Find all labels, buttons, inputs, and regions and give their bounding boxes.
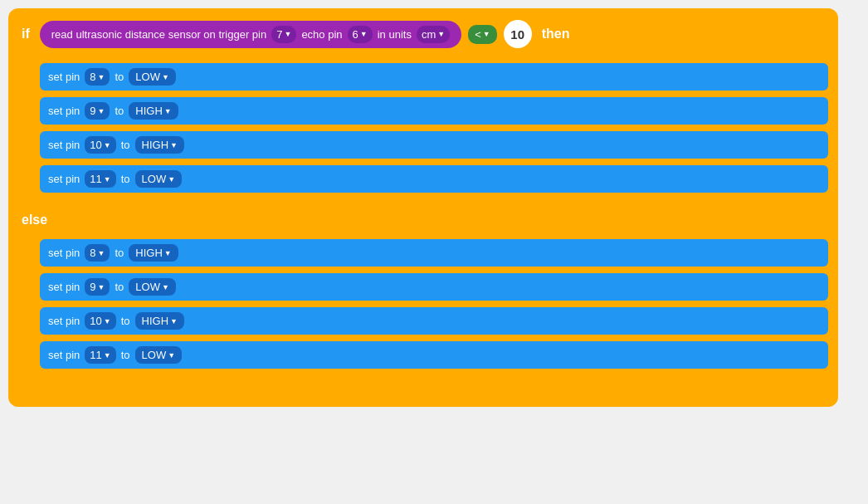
echo-label: echo pin	[301, 28, 342, 41]
then-set-pin-block-2[interactable]: set pin 9 to HIGH	[40, 97, 828, 125]
threshold-value[interactable]: 10	[504, 20, 532, 48]
else-label: else	[18, 213, 51, 228]
else-pin-dropdown-1[interactable]: 8	[85, 244, 110, 262]
then-pin-dropdown-3[interactable]: 10	[85, 136, 115, 154]
then-pin-dropdown-4[interactable]: 11	[85, 170, 115, 188]
else-pin-dropdown-4[interactable]: 11	[85, 346, 115, 364]
else-set-pin-block-1[interactable]: set pin 8 to HIGH	[40, 239, 828, 267]
else-blocks: set pin 8 to HIGH set pin 9 to LOW	[40, 239, 828, 374]
else-section: set pin 8 to HIGH set pin 9 to LOW	[15, 236, 831, 380]
if-else-block: if read ultrasonic distance sensor on tr…	[8, 8, 838, 407]
trigger-pin-dropdown[interactable]: 7	[271, 26, 296, 43]
else-val-dropdown-4[interactable]: LOW	[135, 346, 183, 364]
sensor-block[interactable]: read ultrasonic distance sensor on trigg…	[40, 21, 461, 48]
else-pin-dropdown-3[interactable]: 10	[85, 312, 115, 330]
bottom-bar	[15, 384, 831, 397]
sensor-text-before-trigger: read ultrasonic distance sensor on trigg…	[51, 28, 266, 41]
compare-operator-dropdown[interactable]: <	[468, 25, 497, 44]
echo-pin-dropdown[interactable]: 6	[348, 26, 373, 43]
else-val-dropdown-1[interactable]: HIGH	[129, 244, 178, 262]
if-row: if read ultrasonic distance sensor on tr…	[15, 15, 831, 53]
if-label: if	[18, 27, 33, 42]
else-val-dropdown-3[interactable]: HIGH	[135, 312, 184, 330]
then-pin-dropdown-2[interactable]: 9	[85, 102, 110, 120]
then-set-pin-block-1[interactable]: set pin 8 to LOW	[40, 63, 828, 91]
else-set-pin-block-3[interactable]: set pin 10 to HIGH	[40, 307, 828, 335]
else-val-dropdown-2[interactable]: LOW	[129, 278, 176, 296]
units-dropdown[interactable]: cm	[417, 26, 450, 43]
then-set-pin-block-3[interactable]: set pin 10 to HIGH	[40, 131, 828, 159]
else-set-pin-block-4[interactable]: set pin 11 to LOW	[40, 341, 828, 369]
then-val-dropdown-4[interactable]: LOW	[135, 170, 183, 188]
units-label: in units	[378, 28, 412, 41]
else-pin-dropdown-2[interactable]: 9	[85, 278, 110, 296]
then-val-dropdown-3[interactable]: HIGH	[135, 136, 184, 154]
then-pin-dropdown-1[interactable]: 8	[85, 68, 110, 86]
then-section: set pin 8 to LOW set pin 9 to HIGH	[15, 60, 831, 204]
then-blocks: set pin 8 to LOW set pin 9 to HIGH	[40, 63, 828, 198]
then-val-dropdown-1[interactable]: LOW	[129, 68, 176, 86]
then-label: then	[539, 27, 573, 42]
then-val-dropdown-2[interactable]: HIGH	[129, 102, 178, 120]
else-row: else	[15, 208, 831, 232]
else-set-pin-block-2[interactable]: set pin 9 to LOW	[40, 273, 828, 301]
then-set-pin-block-4[interactable]: set pin 11 to LOW	[40, 165, 828, 193]
